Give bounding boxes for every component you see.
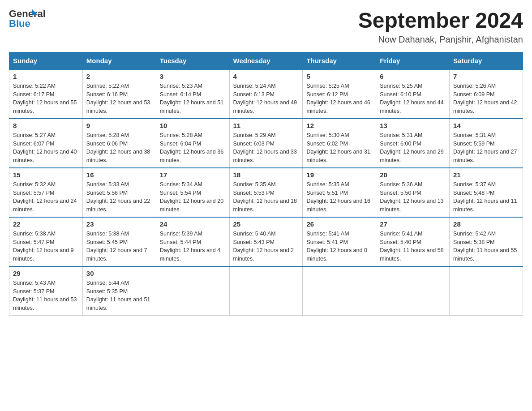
calendar-day-cell: 21Sunrise: 5:37 AMSunset: 5:48 PMDayligh… bbox=[450, 168, 523, 217]
calendar-day-cell: 2Sunrise: 5:22 AMSunset: 6:16 PMDaylight… bbox=[82, 69, 156, 119]
day-number: 23 bbox=[86, 220, 152, 228]
calendar-subtitle: Now Dahanak, Panjshir, Afghanistan bbox=[358, 34, 523, 45]
day-info: Sunrise: 5:38 AMSunset: 5:45 PMDaylight:… bbox=[86, 230, 152, 263]
day-info: Sunrise: 5:43 AMSunset: 5:37 PMDaylight:… bbox=[13, 279, 79, 313]
calendar-day-cell bbox=[229, 266, 303, 316]
day-number: 5 bbox=[306, 73, 372, 80]
day-number: 25 bbox=[233, 220, 299, 228]
calendar-day-cell: 30Sunrise: 5:44 AMSunset: 5:35 PMDayligh… bbox=[82, 266, 156, 316]
day-number: 27 bbox=[380, 220, 446, 228]
day-number: 21 bbox=[453, 171, 519, 179]
day-number: 12 bbox=[306, 122, 372, 129]
day-number: 30 bbox=[86, 270, 152, 277]
day-number: 15 bbox=[13, 171, 79, 179]
day-of-week-header: Wednesday bbox=[229, 52, 303, 69]
day-of-week-header: Thursday bbox=[303, 52, 376, 69]
day-info: Sunrise: 5:42 AMSunset: 5:38 PMDaylight:… bbox=[453, 230, 519, 263]
day-info: Sunrise: 5:35 AMSunset: 5:51 PMDaylight:… bbox=[306, 180, 372, 214]
page-header: General Blue September 2024 Now Dahanak,… bbox=[9, 9, 523, 45]
day-info: Sunrise: 5:44 AMSunset: 5:35 PMDaylight:… bbox=[86, 279, 152, 313]
calendar-day-cell: 7Sunrise: 5:26 AMSunset: 6:09 PMDaylight… bbox=[450, 69, 523, 119]
day-number: 7 bbox=[453, 73, 519, 80]
day-info: Sunrise: 5:31 AMSunset: 6:00 PMDaylight:… bbox=[380, 131, 446, 165]
day-number: 29 bbox=[13, 270, 79, 277]
calendar-day-cell: 25Sunrise: 5:40 AMSunset: 5:43 PMDayligh… bbox=[229, 217, 303, 266]
title-block: September 2024 Now Dahanak, Panjshir, Af… bbox=[358, 9, 523, 45]
calendar-day-cell: 11Sunrise: 5:29 AMSunset: 6:03 PMDayligh… bbox=[229, 119, 303, 168]
logo-text: General Blue bbox=[9, 9, 46, 29]
day-number: 8 bbox=[13, 122, 79, 129]
calendar-day-cell: 6Sunrise: 5:25 AMSunset: 6:10 PMDaylight… bbox=[376, 69, 450, 119]
day-info: Sunrise: 5:22 AMSunset: 6:16 PMDaylight:… bbox=[86, 82, 152, 116]
calendar-day-cell: 29Sunrise: 5:43 AMSunset: 5:37 PMDayligh… bbox=[9, 266, 83, 316]
day-number: 13 bbox=[380, 122, 446, 129]
day-info: Sunrise: 5:25 AMSunset: 6:10 PMDaylight:… bbox=[380, 82, 446, 116]
calendar-day-cell bbox=[450, 266, 523, 316]
calendar-day-cell bbox=[156, 266, 229, 316]
calendar-day-cell: 16Sunrise: 5:33 AMSunset: 5:56 PMDayligh… bbox=[82, 168, 156, 217]
day-number: 28 bbox=[453, 220, 519, 228]
calendar-day-cell: 27Sunrise: 5:41 AMSunset: 5:40 PMDayligh… bbox=[376, 217, 450, 266]
calendar-day-cell: 28Sunrise: 5:42 AMSunset: 5:38 PMDayligh… bbox=[450, 217, 523, 266]
day-info: Sunrise: 5:36 AMSunset: 5:50 PMDaylight:… bbox=[380, 180, 446, 214]
day-info: Sunrise: 5:28 AMSunset: 6:04 PMDaylight:… bbox=[160, 131, 226, 165]
day-info: Sunrise: 5:33 AMSunset: 5:56 PMDaylight:… bbox=[86, 180, 152, 214]
day-number: 9 bbox=[86, 122, 152, 129]
day-info: Sunrise: 5:23 AMSunset: 6:14 PMDaylight:… bbox=[160, 82, 226, 116]
day-info: Sunrise: 5:32 AMSunset: 5:57 PMDaylight:… bbox=[13, 180, 79, 214]
calendar-week-row: 1Sunrise: 5:22 AMSunset: 6:17 PMDaylight… bbox=[9, 69, 523, 119]
calendar-week-row: 29Sunrise: 5:43 AMSunset: 5:37 PMDayligh… bbox=[9, 266, 523, 316]
day-info: Sunrise: 5:30 AMSunset: 6:02 PMDaylight:… bbox=[306, 131, 372, 165]
day-info: Sunrise: 5:25 AMSunset: 6:12 PMDaylight:… bbox=[306, 82, 372, 116]
calendar-week-row: 8Sunrise: 5:27 AMSunset: 6:07 PMDaylight… bbox=[9, 119, 523, 168]
calendar-day-cell: 17Sunrise: 5:34 AMSunset: 5:54 PMDayligh… bbox=[156, 168, 229, 217]
day-number: 11 bbox=[233, 122, 299, 129]
day-info: Sunrise: 5:34 AMSunset: 5:54 PMDaylight:… bbox=[160, 180, 226, 214]
calendar-day-cell: 9Sunrise: 5:28 AMSunset: 6:06 PMDaylight… bbox=[82, 119, 156, 168]
day-number: 6 bbox=[380, 73, 446, 80]
calendar-header-row: SundayMondayTuesdayWednesdayThursdayFrid… bbox=[9, 52, 523, 69]
calendar-day-cell: 19Sunrise: 5:35 AMSunset: 5:51 PMDayligh… bbox=[303, 168, 376, 217]
calendar-table: SundayMondayTuesdayWednesdayThursdayFrid… bbox=[9, 52, 523, 316]
calendar-day-cell: 24Sunrise: 5:39 AMSunset: 5:44 PMDayligh… bbox=[156, 217, 229, 266]
calendar-day-cell bbox=[376, 266, 450, 316]
calendar-day-cell: 26Sunrise: 5:41 AMSunset: 5:41 PMDayligh… bbox=[303, 217, 376, 266]
day-info: Sunrise: 5:35 AMSunset: 5:53 PMDaylight:… bbox=[233, 180, 299, 214]
calendar-day-cell: 3Sunrise: 5:23 AMSunset: 6:14 PMDaylight… bbox=[156, 69, 229, 119]
calendar-day-cell: 5Sunrise: 5:25 AMSunset: 6:12 PMDaylight… bbox=[303, 69, 376, 119]
day-number: 24 bbox=[160, 220, 226, 228]
day-number: 16 bbox=[86, 171, 152, 179]
calendar-day-cell: 13Sunrise: 5:31 AMSunset: 6:00 PMDayligh… bbox=[376, 119, 450, 168]
day-number: 20 bbox=[380, 171, 446, 179]
day-of-week-header: Friday bbox=[376, 52, 450, 69]
day-info: Sunrise: 5:31 AMSunset: 5:59 PMDaylight:… bbox=[453, 131, 519, 165]
logo-line1: General bbox=[9, 9, 46, 19]
calendar-day-cell: 20Sunrise: 5:36 AMSunset: 5:50 PMDayligh… bbox=[376, 168, 450, 217]
day-info: Sunrise: 5:27 AMSunset: 6:07 PMDaylight:… bbox=[13, 131, 79, 165]
calendar-day-cell bbox=[303, 266, 376, 316]
logo-triangle-icon bbox=[32, 9, 38, 15]
calendar-day-cell: 4Sunrise: 5:24 AMSunset: 6:13 PMDaylight… bbox=[229, 69, 303, 119]
logo: General Blue bbox=[9, 9, 46, 29]
calendar-day-cell: 23Sunrise: 5:38 AMSunset: 5:45 PMDayligh… bbox=[82, 217, 156, 266]
day-number: 3 bbox=[160, 73, 226, 80]
day-number: 2 bbox=[86, 73, 152, 80]
day-info: Sunrise: 5:24 AMSunset: 6:13 PMDaylight:… bbox=[233, 82, 299, 116]
calendar-day-cell: 14Sunrise: 5:31 AMSunset: 5:59 PMDayligh… bbox=[450, 119, 523, 168]
calendar-day-cell: 10Sunrise: 5:28 AMSunset: 6:04 PMDayligh… bbox=[156, 119, 229, 168]
calendar-day-cell: 18Sunrise: 5:35 AMSunset: 5:53 PMDayligh… bbox=[229, 168, 303, 217]
calendar-day-cell: 1Sunrise: 5:22 AMSunset: 6:17 PMDaylight… bbox=[9, 69, 83, 119]
day-of-week-header: Sunday bbox=[9, 52, 83, 69]
day-info: Sunrise: 5:40 AMSunset: 5:43 PMDaylight:… bbox=[233, 230, 299, 263]
day-number: 10 bbox=[160, 122, 226, 129]
day-info: Sunrise: 5:26 AMSunset: 6:09 PMDaylight:… bbox=[453, 82, 519, 116]
calendar-week-row: 15Sunrise: 5:32 AMSunset: 5:57 PMDayligh… bbox=[9, 168, 523, 217]
logo-line2: Blue bbox=[9, 19, 46, 29]
day-info: Sunrise: 5:29 AMSunset: 6:03 PMDaylight:… bbox=[233, 131, 299, 165]
day-number: 26 bbox=[306, 220, 372, 228]
day-number: 17 bbox=[160, 171, 226, 179]
day-info: Sunrise: 5:41 AMSunset: 5:40 PMDaylight:… bbox=[380, 230, 446, 263]
day-info: Sunrise: 5:38 AMSunset: 5:47 PMDaylight:… bbox=[13, 230, 79, 263]
day-of-week-header: Tuesday bbox=[156, 52, 229, 69]
calendar-week-row: 22Sunrise: 5:38 AMSunset: 5:47 PMDayligh… bbox=[9, 217, 523, 266]
